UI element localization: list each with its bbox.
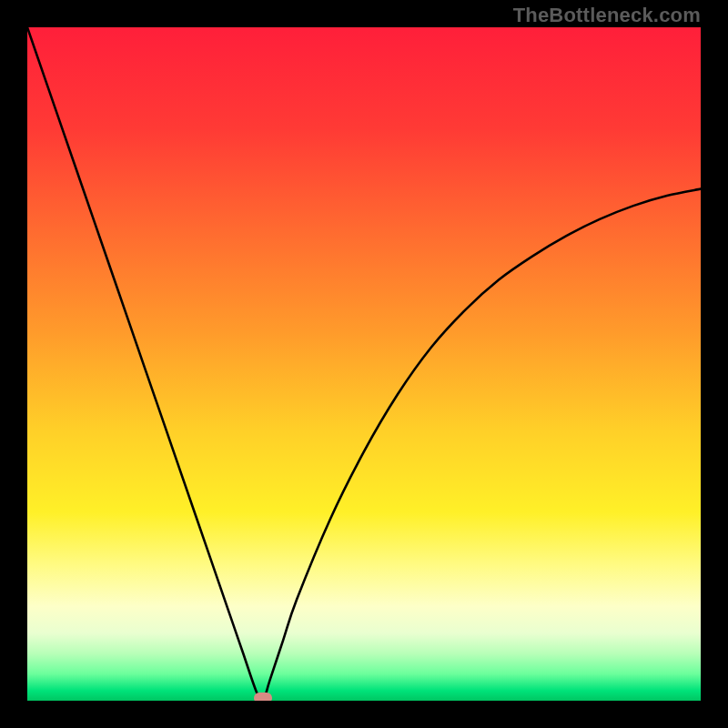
- chart-curve: [27, 27, 701, 701]
- optimal-point-marker: [254, 693, 272, 701]
- chart-plot-area: [27, 27, 701, 701]
- watermark-text: TheBottleneck.com: [513, 4, 701, 27]
